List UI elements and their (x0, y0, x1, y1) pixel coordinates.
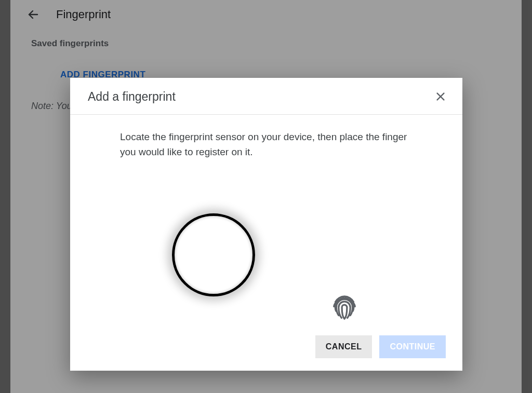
sensor-locator-graphic (162, 203, 265, 307)
dialog-title: Add a fingerprint (88, 90, 176, 104)
dialog-instruction: Locate the fingerprint sensor on your de… (120, 129, 413, 160)
continue-button[interactable]: CONTINUE (379, 335, 446, 358)
close-button[interactable] (433, 89, 448, 104)
fingerprint-icon (330, 293, 359, 322)
dialog-header: Add a fingerprint (70, 78, 462, 115)
add-fingerprint-dialog: Add a fingerprint Locate the fingerprint… (70, 78, 462, 371)
cancel-button[interactable]: CANCEL (315, 335, 373, 358)
dialog-actions: CANCEL CONTINUE (70, 335, 462, 371)
close-icon (435, 91, 446, 102)
dialog-body: Locate the fingerprint sensor on your de… (70, 115, 462, 335)
sensor-circle-icon (172, 213, 255, 296)
